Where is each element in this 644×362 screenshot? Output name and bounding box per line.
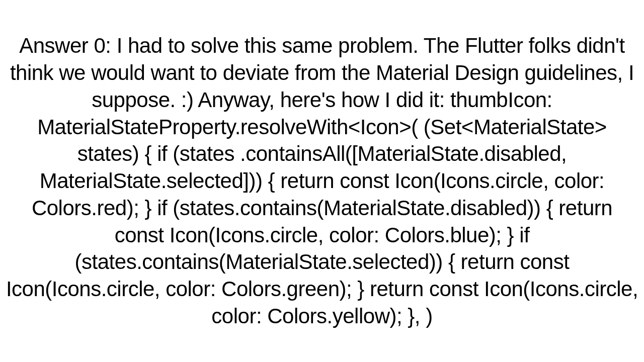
answer-text-block: Answer 0: I had to solve this same probl… xyxy=(5,32,639,329)
